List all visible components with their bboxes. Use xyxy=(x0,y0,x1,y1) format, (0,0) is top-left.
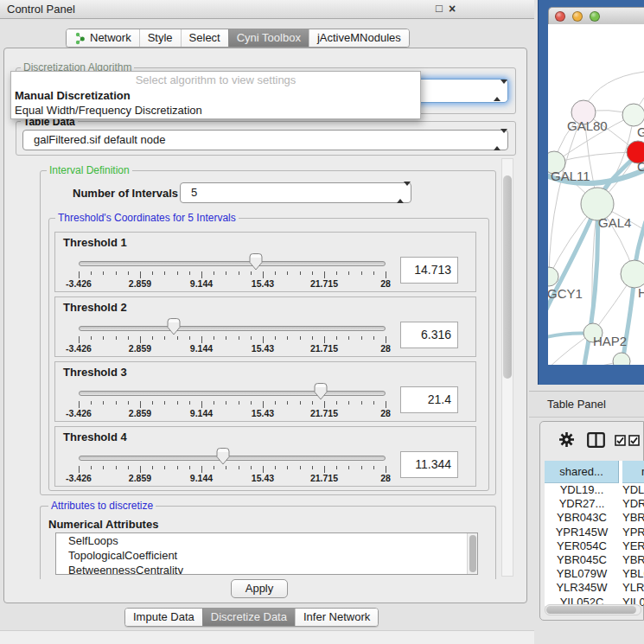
attribute-item-selfloops[interactable]: SelfLoops xyxy=(56,533,477,548)
tab-style[interactable]: Style xyxy=(139,29,181,47)
attributes-scrollbar[interactable] xyxy=(467,533,477,574)
algorithm-options: Manual DiscretizationEqual Width/Frequen… xyxy=(11,88,420,118)
scrollbar-thumb[interactable] xyxy=(469,535,476,572)
threshold-3-label: Threshold 3 xyxy=(63,366,127,379)
float-window-icon[interactable]: □ xyxy=(436,2,443,15)
network-canvas[interactable]: GAL80GACGAL11GAL4GCY1HHAP2 xyxy=(548,24,644,365)
gear-icon[interactable] xyxy=(558,431,575,450)
scrollbar-thumb[interactable] xyxy=(503,175,512,379)
node-label-gal4: GAL4 xyxy=(598,215,631,230)
cell-shared-name: YPR145W xyxy=(545,526,619,539)
node-table[interactable]: shared...n...YDL19...YDL1YDR27...YDR2YBR… xyxy=(545,461,644,606)
checkbox-icon[interactable] xyxy=(628,435,640,449)
tick-mark xyxy=(275,466,276,469)
threshold-3-slider-thumb[interactable] xyxy=(312,382,329,400)
tick-mark xyxy=(324,401,325,408)
minimize-traffic-light[interactable] xyxy=(572,11,583,22)
scrollbar-thumb[interactable] xyxy=(546,606,636,614)
threshold-4-slider-track[interactable] xyxy=(79,456,386,461)
tick-mark xyxy=(251,271,252,275)
apply-button[interactable]: Apply xyxy=(231,579,288,598)
table-row[interactable]: YPR145WYPR1 xyxy=(545,526,644,539)
attribute-item-betweennesscentrality[interactable]: BetweennessCentrality xyxy=(56,563,477,575)
tick-mark xyxy=(226,466,226,469)
control-panel-title: Control Panel xyxy=(7,3,75,16)
tab-cyni-toolbox[interactable]: Cyni Toolbox xyxy=(228,29,309,47)
column-header-shared[interactable]: shared... xyxy=(545,461,619,483)
panel-vertical-scrollbar[interactable] xyxy=(501,158,513,577)
threshold-2-label: Threshold 2 xyxy=(63,301,127,314)
tab-label: Select xyxy=(189,29,220,47)
network-node[interactable] xyxy=(613,353,630,365)
network-graph[interactable]: GAL80GACGAL11GAL4GCY1HHAP2 xyxy=(548,24,644,365)
tick-label: 15.43 xyxy=(252,473,274,483)
network-window-titlebar[interactable] xyxy=(548,7,644,24)
table-row[interactable]: YBR043CYBR0 xyxy=(545,511,644,525)
tick-mark xyxy=(287,336,288,340)
tick-label: 21.715 xyxy=(310,408,338,418)
table-row[interactable]: YBR045CYBR0 xyxy=(545,553,644,567)
tick-label: 9.144 xyxy=(190,473,213,483)
tick-mark xyxy=(373,271,374,275)
table-row[interactable]: YDR27...YDR2 xyxy=(545,497,644,511)
tab-network[interactable]: Network xyxy=(67,29,139,47)
tick-mark xyxy=(79,271,80,278)
table-row[interactable]: YLR345WYLR3 xyxy=(545,581,644,595)
tab-select[interactable]: Select xyxy=(181,29,228,47)
threshold-2-slider-thumb[interactable] xyxy=(165,317,182,335)
tick-mark xyxy=(348,271,349,275)
close-panel-icon[interactable]: × xyxy=(449,2,456,16)
algorithm-option-equal-width-frequency-discretization[interactable]: Equal Width/Frequency Discretization xyxy=(11,103,420,118)
threshold-3-value-input[interactable]: 21.4 xyxy=(400,386,458,413)
tick-mark xyxy=(239,401,239,405)
tick-mark xyxy=(251,401,252,405)
threshold-1-value-input[interactable]: 14.713 xyxy=(400,257,458,284)
zoom-traffic-light[interactable] xyxy=(590,11,600,22)
number-of-intervals-combobox[interactable]: 5 xyxy=(180,182,411,203)
network-node[interactable] xyxy=(622,104,644,126)
threshold-1-slider-track[interactable] xyxy=(79,261,386,266)
table-panel-title: Table Panel xyxy=(547,398,606,411)
tick-mark xyxy=(312,466,313,469)
table-data-combobox[interactable]: galFiltered.sif default node xyxy=(22,130,508,150)
cell-name: YER0 xyxy=(622,539,644,553)
tick-mark xyxy=(300,466,301,469)
tick-mark xyxy=(275,271,276,275)
table-horizontal-scrollbar[interactable] xyxy=(545,604,641,615)
threshold-3-slider-track[interactable] xyxy=(79,391,386,396)
threshold-2-slider-track[interactable] xyxy=(79,326,386,331)
attribute-item-topologicalcoefficient[interactable]: TopologicalCoefficient xyxy=(56,548,477,563)
tick-mark xyxy=(373,336,374,340)
tab-impute-data[interactable]: Impute Data xyxy=(125,609,202,626)
tab-infer-network[interactable]: Infer Network xyxy=(295,609,378,626)
column-header-n[interactable]: n... xyxy=(622,461,644,483)
table-row[interactable]: YBL079WYBL0 xyxy=(545,567,644,581)
tick-mark xyxy=(373,401,374,405)
checkbox-icon[interactable] xyxy=(615,435,626,449)
tick-mark xyxy=(103,401,104,405)
threshold-1-slider-thumb[interactable] xyxy=(247,252,265,271)
cell-name: YDL1 xyxy=(622,483,644,497)
threshold-4-slider-thumb[interactable] xyxy=(214,447,232,465)
tick-mark xyxy=(103,336,104,340)
tick-label: 2.859 xyxy=(129,408,151,418)
close-traffic-light[interactable] xyxy=(555,11,565,22)
tick-mark xyxy=(251,336,252,340)
cell-shared-name: YDR27... xyxy=(545,497,619,511)
split-columns-icon[interactable] xyxy=(587,432,605,450)
tab-jactivemnodules[interactable]: jActiveMNodules xyxy=(309,29,409,47)
algorithm-option-manual-discretization[interactable]: Manual Discretization xyxy=(11,88,420,103)
tick-mark xyxy=(336,271,337,275)
numerical-attributes-list[interactable]: SelfLoopsTopologicalCoefficientBetweenne… xyxy=(55,532,478,575)
table-row[interactable]: YER054CYER0 xyxy=(545,539,644,553)
tab-discretize-data[interactable]: Discretize Data xyxy=(202,609,295,626)
tick-mark xyxy=(373,466,374,469)
tick-label: 2.859 xyxy=(129,473,151,483)
network-node[interactable] xyxy=(621,260,644,288)
threshold-4-value-input[interactable]: 11.344 xyxy=(400,451,458,478)
algorithm-dropdown-popup: Select algorithm to view settings Manual… xyxy=(10,71,421,119)
threshold-2-value-input[interactable]: 6.316 xyxy=(400,322,458,348)
table-row[interactable]: YDL19...YDL1 xyxy=(545,483,644,497)
network-node[interactable] xyxy=(548,267,558,286)
tick-mark xyxy=(361,271,362,275)
